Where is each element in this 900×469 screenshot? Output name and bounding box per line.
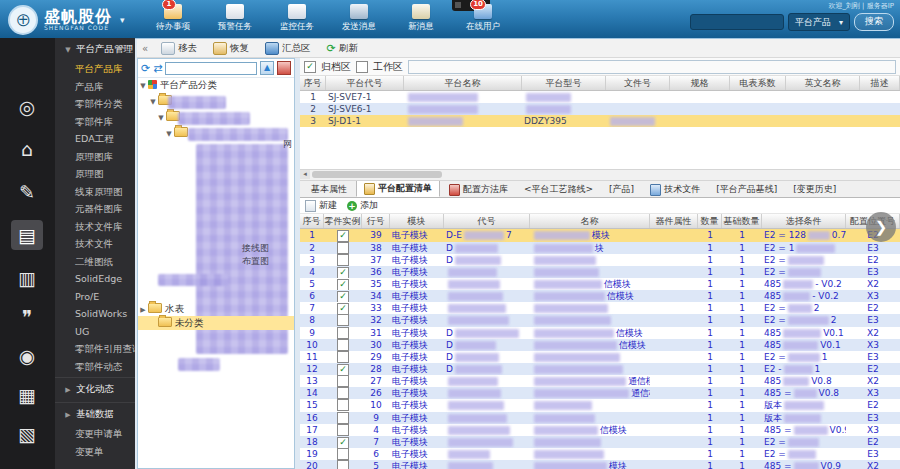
- config-row[interactable]: 832电子模块11E2 =2E3: [300, 314, 900, 326]
- edit-icon[interactable]: ✎: [11, 177, 43, 207]
- tree-search-input[interactable]: [165, 62, 257, 75]
- sidebar-item[interactable]: 元器件图库: [55, 200, 135, 218]
- sidebar-item[interactable]: EDA工程: [55, 130, 135, 148]
- toolbar-button-0[interactable]: 移去: [155, 40, 203, 57]
- sidebar-item[interactable]: SolidWorks: [55, 305, 135, 323]
- scrollbar-thumb[interactable]: [312, 171, 442, 178]
- tree-search-go-button[interactable]: ▲: [260, 61, 274, 75]
- platform-row[interactable]: 3SJ-D1-1DDZY395: [300, 115, 900, 127]
- config-row[interactable]: 18✓7电子模块11E2 =E2: [300, 436, 900, 448]
- library-icon[interactable]: ▦: [11, 380, 43, 410]
- row-checkbox[interactable]: [337, 460, 349, 469]
- sidebar-item[interactable]: 技术文件库: [55, 218, 135, 236]
- tree-node-water-meter[interactable]: ▶水表: [138, 302, 294, 316]
- config-row[interactable]: 931电子模块D信模块11485V0.1X2: [300, 327, 900, 339]
- sidebar-item[interactable]: 平台产品库: [55, 60, 135, 78]
- config-row[interactable]: 4✓36电子模块11E2 =E3: [300, 266, 900, 278]
- config-row[interactable]: 7✓33电子模块11E2 =2E2: [300, 302, 900, 314]
- tab-1[interactable]: 平台配置清单: [356, 180, 440, 197]
- sidebar-item[interactable]: 零部件分类: [55, 95, 135, 113]
- shortcut-new-message[interactable]: 新消息: [398, 4, 444, 33]
- row-checkbox[interactable]: [337, 242, 349, 254]
- sidebar-item[interactable]: SolidEdge: [55, 270, 135, 288]
- collapse-tree-button[interactable]: «: [139, 43, 151, 54]
- row-checkbox[interactable]: ✓: [337, 230, 349, 241]
- sidebar-item[interactable]: 变更单: [55, 443, 135, 461]
- sidebar-item[interactable]: 变更申请单: [55, 425, 135, 443]
- product-database-icon[interactable]: ▤: [11, 220, 43, 250]
- sidebar-group-basedata[interactable]: ▶基础数据: [55, 402, 135, 425]
- tab-3[interactable]: <平台工艺路线>: [517, 182, 600, 197]
- tree-folder-node[interactable]: ▼: [164, 126, 191, 140]
- monitor-icon[interactable]: ▭: [11, 458, 43, 469]
- config-row[interactable]: 1510电子模块11版本E2: [300, 399, 900, 411]
- shortcut-todo[interactable]: 1待办事项: [150, 4, 196, 33]
- new-button[interactable]: 新建: [305, 199, 337, 212]
- tab-7[interactable]: [变更历史]: [786, 182, 843, 197]
- sidebar-item[interactable]: Pro/E: [55, 288, 135, 306]
- config-row[interactable]: 196电子模块11E2 =E3: [300, 448, 900, 460]
- shortcut-send-message[interactable]: 发送消息: [336, 4, 382, 33]
- tab-6[interactable]: [平台产品基线]: [709, 182, 784, 197]
- toolbar-button-1[interactable]: 恢复: [207, 40, 255, 57]
- config-row[interactable]: 169电子模块11版本E3: [300, 412, 900, 424]
- config-row[interactable]: 205电子模块模块11485 =V0.9X2: [300, 460, 900, 469]
- sidebar-item[interactable]: 零部件库: [55, 113, 135, 131]
- config-row[interactable]: 12✓28电子模块D11E2 -1E2: [300, 363, 900, 375]
- quick-filter-input[interactable]: [408, 60, 896, 74]
- tree-root-node[interactable]: ▼平台产品分类: [138, 78, 294, 92]
- home-icon[interactable]: ⌂: [11, 134, 43, 164]
- config-row[interactable]: 6✓34电子模块信模块11485- V0.2X3: [300, 290, 900, 302]
- sidebar-item[interactable]: 零部件动态: [55, 358, 135, 376]
- row-checkbox[interactable]: [337, 375, 349, 387]
- row-checkbox[interactable]: ✓: [337, 303, 349, 314]
- toolbar-button-2[interactable]: 汇总区: [259, 40, 317, 57]
- sidebar-item[interactable]: 原理图库: [55, 148, 135, 166]
- sidebar-item[interactable]: 二维图纸: [55, 253, 135, 271]
- chat-icon[interactable]: ❞: [11, 302, 43, 332]
- sidebar-item[interactable]: 原理图: [55, 165, 135, 183]
- config-row[interactable]: 1426电子模块通信模块11485 =V0.8X3: [300, 387, 900, 399]
- sidebar-item[interactable]: 线束原理图: [55, 183, 135, 201]
- parts-database-icon[interactable]: ▥: [11, 263, 43, 293]
- shortcut-monitor-tasks[interactable]: 监控任务: [274, 4, 320, 33]
- tree-refresh-icon[interactable]: ⟳: [141, 62, 150, 75]
- row-checkbox[interactable]: [337, 351, 349, 363]
- row-checkbox[interactable]: [337, 412, 349, 424]
- shortcut-online-users[interactable]: 10在线用户: [460, 4, 506, 33]
- scroll-left-icon[interactable]: ◂: [300, 170, 310, 179]
- search-button[interactable]: 搜索: [854, 13, 894, 31]
- sidebar-item[interactable]: 零部件引用查询: [55, 340, 135, 358]
- calendar-icon[interactable]: ▧: [11, 419, 43, 449]
- config-row[interactable]: 1030电子模块D信模块11485V0.1X3: [300, 339, 900, 351]
- config-row[interactable]: 5✓35电子模块信模块11485- V0.2X2: [300, 278, 900, 290]
- broadcast-icon[interactable]: ◉: [11, 341, 43, 371]
- sidebar-item[interactable]: UG: [55, 323, 135, 341]
- scroll-right-button[interactable]: ❯: [866, 212, 896, 242]
- row-checkbox[interactable]: ✓: [337, 267, 349, 278]
- row-checkbox[interactable]: ✓: [337, 279, 349, 290]
- app-logo-icon[interactable]: ◎: [11, 92, 43, 122]
- tree-clear-button[interactable]: [277, 61, 291, 75]
- search-category-dropdown[interactable]: 平台产品▾: [788, 13, 850, 31]
- app-logo[interactable]: ㊉ 盛帆股份 SHENGFAN CODE ▾: [8, 5, 125, 35]
- toolbar-button-3[interactable]: ⟳刷新: [321, 40, 364, 57]
- horizontal-scrollbar[interactable]: ◂: [300, 169, 900, 181]
- row-checkbox[interactable]: [337, 254, 349, 266]
- row-checkbox[interactable]: [337, 448, 349, 460]
- row-checkbox[interactable]: [337, 424, 349, 436]
- config-row[interactable]: 1129电子模块D11E2 =1E3: [300, 351, 900, 363]
- tab-4[interactable]: [产品]: [602, 182, 641, 197]
- chevron-down-icon[interactable]: ▾: [120, 15, 125, 25]
- tree-expand-icon[interactable]: ⇄: [153, 62, 162, 75]
- sidebar-group-culture[interactable]: ▶文化动态: [55, 377, 135, 400]
- row-checkbox[interactable]: [337, 327, 349, 339]
- row-checkbox[interactable]: [337, 387, 349, 399]
- work-area-checkbox[interactable]: [356, 61, 368, 73]
- config-row[interactable]: 337电子模块D11E2 =E2: [300, 254, 900, 266]
- tab-5[interactable]: 技术文件: [643, 182, 707, 197]
- config-row[interactable]: 1✓39电子模块D-E7模块11E2 = 1280.7E2: [300, 229, 900, 241]
- add-button[interactable]: + 添加: [347, 199, 378, 212]
- platform-row[interactable]: 2SJ-SVE6-1: [300, 103, 900, 115]
- row-checkbox[interactable]: ✓: [337, 291, 349, 302]
